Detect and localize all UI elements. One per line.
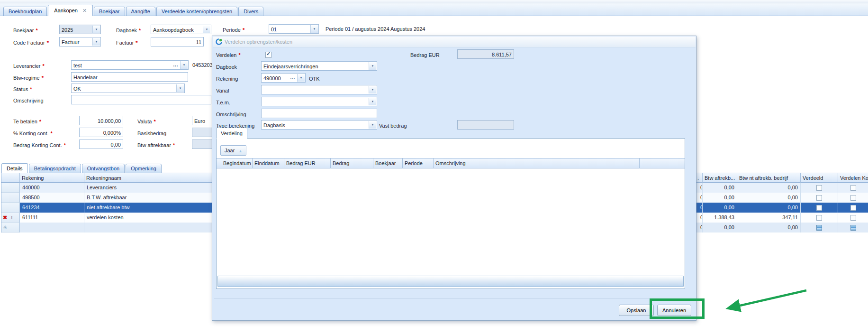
te-betalen-input[interactable]: 10.000,00 (79, 116, 123, 125)
cell-btw-nt-aftrekb[interactable]: 0,00 (737, 193, 801, 203)
tab-ontvangstbon[interactable]: Ontvangstbon (82, 164, 125, 173)
btw-regime-input[interactable]: Handelaar (71, 72, 188, 82)
modal-rekening-select[interactable]: 490000…▼ (261, 73, 306, 83)
chevron-down-icon[interactable]: ▼ (310, 25, 318, 33)
verdelen-checkbox[interactable]: ✓ (265, 52, 271, 58)
factuur-input[interactable]: 11 (151, 37, 204, 47)
row-indicator[interactable] (1, 203, 20, 213)
tab-aangifte[interactable]: Aangifte (126, 7, 155, 16)
cell-verdelen-kosten[interactable] (838, 213, 868, 223)
column-header-omschrijving[interactable]: Omschrijving (434, 158, 640, 168)
code-factuur-select[interactable]: Factuur▼ (59, 37, 101, 47)
column-header-bedrag-eur[interactable]: Bedrag EUR (284, 158, 331, 168)
row-indicator[interactable]: ✖ I (1, 213, 20, 223)
cell-rekening[interactable]: 440000 (20, 183, 84, 193)
horizontal-scrollbar[interactable] (217, 276, 684, 287)
cell-verdelen-kosten[interactable] (838, 193, 868, 203)
tab-opmerking[interactable]: Opmerking (126, 164, 162, 173)
tem-select[interactable]: ▼ (261, 97, 377, 106)
chevron-down-icon[interactable]: ▼ (92, 38, 100, 46)
status-select[interactable]: OK▼ (71, 84, 185, 93)
cell-rekeningnaam[interactable]: Leveranciers (84, 183, 212, 193)
column-header-begindatum[interactable]: Begindatum (221, 158, 253, 168)
verdelen-kosten-checkbox[interactable] (850, 225, 856, 231)
cell-btw-aftrekb[interactable]: 0,00 (703, 203, 737, 213)
cell-btw-nt-aftrekb[interactable]: 0,00 (737, 223, 801, 233)
chevron-down-icon[interactable]: ▼ (180, 61, 188, 69)
new-row-indicator[interactable]: ✳ (1, 223, 20, 233)
cell-rekeningnaam[interactable] (84, 223, 212, 233)
tab-divers[interactable]: Divers (238, 7, 263, 16)
tab-details[interactable]: Details (1, 163, 28, 173)
column-header-periode[interactable]: Periode (403, 158, 434, 168)
verdeeld-checkbox[interactable] (816, 225, 822, 231)
cell-verdeeld[interactable] (801, 223, 838, 233)
row-indicator[interactable] (1, 183, 20, 193)
cell-btw-nt-aftrekb[interactable]: 0,00 (737, 183, 801, 193)
dagboek-select[interactable]: Aankoopdagboek▼ (151, 25, 211, 34)
row-indicator[interactable] (1, 193, 20, 203)
tab-boekhoudplan[interactable]: Boekhoudplan (3, 7, 47, 16)
cell-btw-aftrekb[interactable]: 0,00 (703, 193, 737, 203)
omschrijving-input[interactable] (71, 95, 211, 104)
cell-verdelen-kosten[interactable] (838, 203, 868, 213)
verdeeld-checkbox[interactable] (816, 185, 822, 191)
save-button[interactable]: Opslaan (619, 305, 654, 316)
browse-ellipsis-icon[interactable]: … (289, 74, 297, 82)
column-header-verdelen-kosten[interactable]: Verdelen Kosten (838, 173, 868, 183)
chevron-down-icon[interactable]: ▼ (369, 98, 376, 105)
chevron-down-icon[interactable]: ▼ (369, 62, 376, 70)
cell-verdeeld[interactable] (801, 213, 838, 223)
tab-close-icon[interactable]: ✕ (82, 8, 87, 13)
chevron-down-icon[interactable]: ▼ (203, 26, 210, 33)
chevron-down-icon[interactable]: ▼ (369, 86, 376, 93)
verdelen-kosten-checkbox[interactable] (850, 215, 856, 221)
cell-verdeeld[interactable] (801, 193, 838, 203)
column-header-verdeeld[interactable]: Verdeeld (801, 173, 838, 183)
periode-select[interactable]: 01▼ (269, 24, 319, 34)
cell-rekening[interactable]: 611111 (20, 213, 84, 223)
cell-btw-nt-aftrekb[interactable]: 0,00 (737, 203, 801, 213)
cell-verdeeld[interactable] (801, 203, 838, 213)
modal-dagboek-select[interactable]: Eindejaarsverrichringen▼ (261, 61, 377, 71)
dialog-titlebar[interactable]: Verdelen opbrengsten/kosten (213, 37, 696, 47)
cell-rekeningnaam[interactable]: niet aftrekbare btw (84, 203, 212, 213)
column-header-bedrag[interactable]: Bedrag (331, 158, 373, 168)
vanaf-select[interactable]: ▼ (261, 85, 377, 94)
cell-btw-aftrekb[interactable]: 1.388,43 (703, 213, 737, 223)
chevron-down-icon[interactable]: ▼ (369, 121, 376, 129)
chevron-down-icon[interactable]: ▼ (176, 84, 184, 92)
cell-verdeeld[interactable] (801, 183, 838, 193)
cell-rekening[interactable]: 498500 (20, 193, 84, 203)
tab-verdeling[interactable]: Verdeling (216, 128, 247, 139)
column-header-btw-nt-aftrekb[interactable]: Btw nt aftrekb. bedrijf (737, 173, 801, 183)
group-by-jaar-button[interactable]: Jaar▲ (220, 145, 246, 156)
verdelen-kosten-checkbox[interactable] (850, 205, 856, 211)
cell-rekening[interactable]: 641234 (20, 203, 84, 213)
boekjaar-select[interactable]: 2025▼ (59, 25, 101, 34)
chevron-down-icon[interactable]: ▼ (297, 74, 305, 82)
leverancier-select[interactable]: test…▼ (71, 60, 189, 70)
verdeeld-checkbox[interactable] (816, 205, 822, 211)
column-header-rekeningnaam[interactable]: Rekeningnaam (84, 173, 212, 183)
cell-rekeningnaam[interactable]: B.T.W. aftrekbaar (84, 193, 212, 203)
chevron-down-icon[interactable]: ▼ (92, 26, 100, 33)
cell-rekening[interactable] (20, 223, 84, 233)
verdeeld-checkbox[interactable] (816, 215, 822, 221)
tab-verdeelde-kosten[interactable]: Verdeelde kosten/opbrengsten (156, 7, 237, 16)
delete-row-icon[interactable]: ✖ (3, 213, 7, 222)
modal-omschrijving-input[interactable] (261, 109, 377, 118)
type-berekening-select[interactable]: Dagbasis▼ (261, 120, 377, 130)
cell-btw-nt-aftrekb[interactable]: 347,11 (737, 213, 801, 223)
cell-btw-aftrekb[interactable]: 0,00 (703, 183, 737, 193)
column-header-einddatum[interactable]: Einddatum (253, 158, 284, 168)
browse-ellipsis-icon[interactable]: … (172, 61, 180, 69)
cell-btw-aftrekb[interactable]: 0,00 (703, 223, 737, 233)
cell-verdelen-kosten[interactable] (838, 183, 868, 193)
verdelen-kosten-checkbox[interactable] (850, 185, 856, 191)
tab-aankopen[interactable]: Aankopen✕ (48, 5, 93, 16)
tab-betalingsopdracht[interactable]: Betalingsopdracht (29, 164, 81, 173)
column-header-rekening[interactable]: Rekening (20, 173, 84, 183)
tab-boekjaar[interactable]: Boekjaar (94, 7, 125, 16)
column-header-btw-aftrekb[interactable]: Btw aftrekb... (703, 173, 737, 183)
